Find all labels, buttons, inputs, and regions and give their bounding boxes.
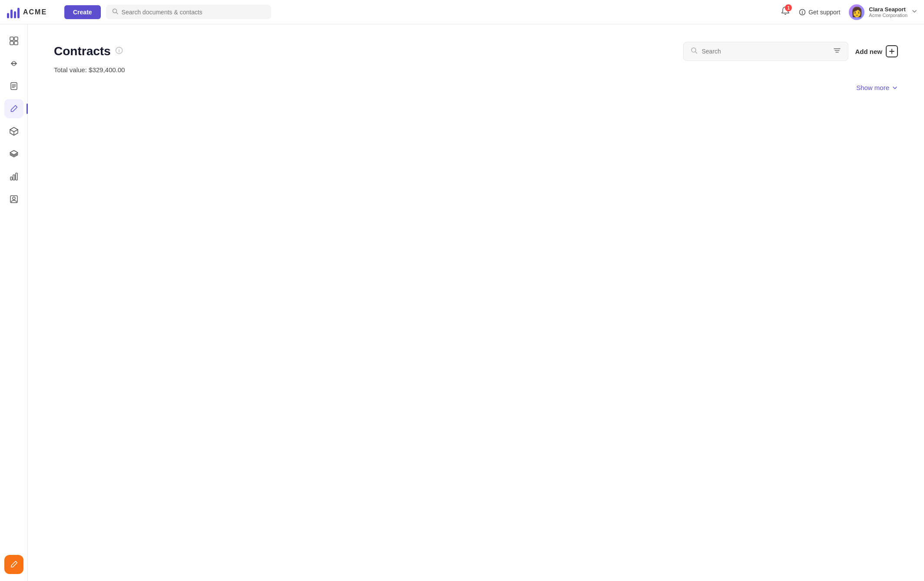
main-content: Contracts [28, 24, 924, 581]
topnav: ACME Create 1 Get support [0, 0, 924, 24]
svg-line-1 [116, 13, 118, 14]
global-search-bar[interactable] [106, 5, 271, 19]
svg-line-18 [695, 52, 697, 53]
svg-rect-13 [16, 173, 17, 180]
notification-button[interactable]: 1 [781, 6, 790, 18]
svg-rect-12 [13, 175, 15, 180]
show-more-label: Show more [856, 84, 889, 91]
total-value: Total value: $329,400.00 [54, 66, 898, 73]
svg-rect-6 [14, 41, 18, 45]
svg-rect-3 [10, 37, 13, 40]
filter-icon[interactable] [833, 47, 841, 56]
create-button[interactable]: Create [64, 5, 101, 19]
page-title-area: Contracts [54, 44, 123, 58]
sidebar-item-dashboard[interactable] [4, 31, 23, 50]
header-actions: Add new [683, 42, 898, 61]
sidebar-item-products[interactable] [4, 122, 23, 141]
sidebar-item-documents[interactable] [4, 77, 23, 96]
global-search-input[interactable] [122, 9, 265, 16]
user-menu[interactable]: Clara Seaport Acme Corporation [849, 4, 917, 20]
add-new-button[interactable]: Add new [855, 45, 898, 57]
logo-area: ACME [7, 6, 59, 18]
sidebar [0, 24, 28, 581]
add-new-icon [886, 45, 898, 57]
content-search-input[interactable] [702, 48, 829, 55]
logo-icon [7, 6, 20, 18]
support-button[interactable]: Get support [799, 9, 840, 16]
sidebar-item-analytics[interactable] [4, 167, 23, 186]
svg-rect-5 [10, 41, 13, 45]
sidebar-item-contacts[interactable] [4, 190, 23, 209]
add-new-label: Add new [855, 48, 883, 55]
sidebar-item-contracts[interactable] [4, 99, 23, 118]
chevron-down-icon [912, 9, 917, 15]
sidebar-item-layers[interactable] [4, 144, 23, 164]
user-name: Clara Seaport [869, 6, 907, 13]
sidebar-item-navigation[interactable] [4, 54, 23, 73]
page-header: Contracts [54, 42, 898, 61]
avatar [849, 4, 864, 20]
user-company: Acme Corporation [869, 13, 907, 18]
content-search-icon [691, 47, 698, 56]
svg-rect-4 [14, 37, 18, 40]
show-more-row: Show more [54, 84, 898, 91]
svg-rect-11 [10, 177, 12, 180]
sidebar-bottom [4, 555, 23, 574]
search-icon [112, 8, 118, 16]
notification-badge: 1 [785, 4, 792, 11]
page-title: Contracts [54, 44, 111, 58]
nav-right: 1 Get support Clara Seaport Acme Corpora… [781, 4, 917, 20]
svg-point-15 [13, 197, 15, 200]
info-icon[interactable] [115, 47, 123, 57]
user-info: Clara Seaport Acme Corporation [869, 6, 907, 18]
fab-button[interactable] [4, 555, 23, 574]
support-label: Get support [808, 9, 840, 16]
logo-text: ACME [23, 8, 47, 16]
show-more-button[interactable]: Show more [856, 84, 898, 91]
content-search-bar[interactable] [683, 42, 848, 61]
